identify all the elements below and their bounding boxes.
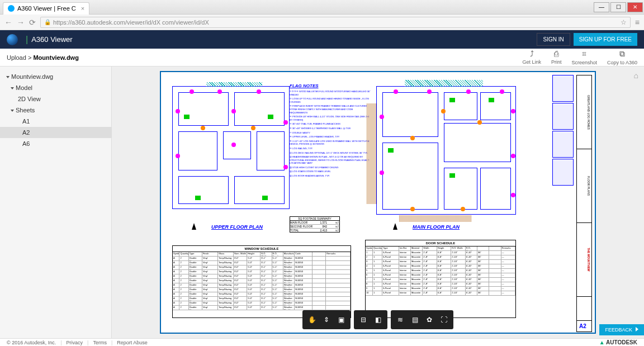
sheet-number: A2 [577,321,591,331]
tree-file[interactable]: Mountview.dwg [0,71,111,82]
separator: | [26,35,28,45]
sheet-thumb[interactable] [552,103,574,130]
url-input[interactable]: 🔒 https://a360.autodesk.com/viewer/id/dX… [40,17,631,28]
window-schedule: WINDOW SCHEDULE SymbolQuantityTypeFinish… [172,245,351,318]
home-icon[interactable]: ⌂ [634,71,638,80]
back-icon[interactable]: ← [4,18,12,27]
tree-sheet-a2[interactable]: A2 [0,127,111,138]
tree-model[interactable]: Model [0,82,111,93]
sheet-thumb[interactable] [552,75,574,102]
camera-icon: ⌗ [582,49,586,59]
signin-button[interactable]: SIGN IN [537,33,570,46]
drawing-sheet: UPPER FLOOR PLAN FLAG NOTES ①②③④ WOOD BA… [160,71,596,334]
autodesk-logo: AUTODESK [599,339,637,345]
main-plan-title: MAIN FLOOR PLAN [413,224,460,230]
main-floor-plan [376,86,516,215]
section-button[interactable]: ◧ [371,312,385,327]
lock-icon: 🔒 [44,19,51,25]
flag-notes-list: ①②③④ WOOD BALUSTER FULL ROUND WOODTURNED… [290,90,371,179]
app-title: A360 Viewer [31,35,72,44]
favicon-icon [8,5,15,12]
copyright: © 2016 Autodesk, Inc. [7,340,56,345]
browser-tab[interactable]: A360 Viewer | Free C × [3,2,89,15]
app-header: | A360 Viewer SIGN IN SIGN UP FOR FREE [0,30,644,49]
tab-title: A360 Viewer | Free C [17,5,76,12]
upper-floor-plan [172,86,290,209]
tree-sheet-a6[interactable]: A6 [0,138,111,149]
pan-button[interactable]: ✋ [305,312,319,327]
breadcrumb-current: Mountview.dwg [33,54,78,61]
door-schedule: DOOR SCHEDULE SymbolQuantityTypeInt./Ext… [365,240,516,318]
print-icon: ⎙ [554,49,558,58]
viewer-canvas[interactable]: ⌂ UPPER FLOOR PLAN [112,67,644,338]
minimize-button[interactable]: — [594,2,609,12]
menu-icon[interactable]: ≡ [635,18,640,27]
close-icon[interactable]: × [81,5,84,12]
bookmark-icon[interactable]: ☆ [621,18,627,26]
camera-button[interactable]: ▣ [334,312,348,327]
share-icon: ⤴ [530,49,534,58]
screenshot-button[interactable]: ⌗Screenshot [571,49,597,65]
print-button[interactable]: ⎙Print [551,49,562,65]
zoom-button[interactable]: ⇕ [319,312,334,327]
maximize-button[interactable]: ☐ [610,2,626,12]
tree-sheet-a1[interactable]: A1 [0,116,111,127]
sidebar: Mountview.dwg Model 2D View Sheets A1 A2… [0,67,112,338]
properties-button[interactable]: ▤ [408,312,422,327]
toolbar: Upload > Mountview.dwg ⤴Get Link ⎙Print … [0,49,644,67]
tree-sheets[interactable]: Sheets [0,105,111,116]
url-text: https://a360.autodesk.com/viewer/id/dX c… [53,19,209,26]
viewer-toolbar: ✋ ⇕ ▣ ⊟ ◧ ≋ ▤ ✿ ⛶ [302,310,453,329]
copy-icon: ⧉ [619,49,625,59]
logo-icon [7,34,18,45]
sheet-thumb[interactable] [552,159,574,186]
signup-button[interactable]: SIGN UP FOR FREE [574,33,637,46]
browser-tab-strip: A360 Viewer | Free C × — ☐ ✕ [0,0,644,15]
fullscreen-button[interactable]: ⛶ [437,312,451,327]
privacy-link[interactable]: Privacy [67,340,83,345]
address-bar: ← → ⟳ 🔒 https://a360.autodesk.com/viewer… [0,15,644,30]
compass-icon [390,223,400,233]
report-link[interactable]: Report Abuse [117,340,148,345]
compass-icon [189,223,199,233]
titleblock: GREATLAND LOG HOMES FLOOR PLANS THE MOUN… [576,75,592,332]
sheet-thumb[interactable] [552,131,574,158]
feedback-button[interactable]: FEEDBACK [599,324,644,335]
forward-icon[interactable]: → [17,18,25,27]
close-button[interactable]: ✕ [627,2,643,12]
tree-2dview[interactable]: 2D View [0,93,111,105]
sq-footage-table: SQ FOOTAGE SUMMARY MAIN FLOOR1,571s.f. S… [290,216,340,233]
measure-button[interactable]: ⊟ [356,312,371,327]
upper-plan-title: UPPER FLOOR PLAN [211,224,263,230]
terms-link[interactable]: Terms [93,340,107,345]
copy-button[interactable]: ⧉Copy to A360 [607,49,637,65]
sheet-thumbs [552,75,574,186]
layers-button[interactable]: ≋ [393,312,408,327]
getlink-button[interactable]: ⤴Get Link [522,49,541,65]
flag-notes-title: FLAG NOTES [290,83,319,88]
settings-button[interactable]: ✿ [422,312,437,327]
breadcrumb: Upload > Mountview.dwg [7,54,79,61]
reload-icon[interactable]: ⟳ [29,18,36,27]
footer: © 2016 Autodesk, Inc. | Privacy | Terms … [0,338,644,346]
breadcrumb-root[interactable]: Upload [7,54,26,61]
window-buttons: — ☐ ✕ [594,2,644,12]
main-area: Mountview.dwg Model 2D View Sheets A1 A2… [0,67,644,338]
